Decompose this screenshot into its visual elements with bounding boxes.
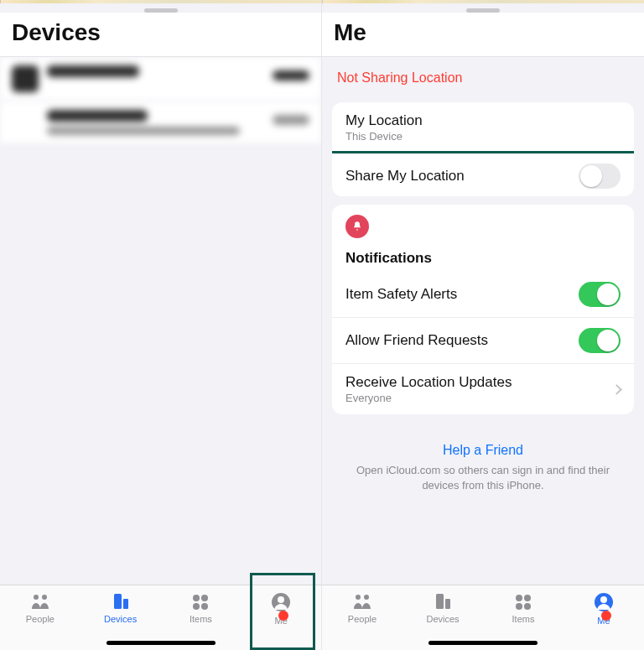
help-a-friend-link[interactable]: Help a Friend <box>342 443 624 458</box>
notifications-heading: Notifications <box>332 238 634 272</box>
sharing-status: Not Sharing Location <box>322 57 644 94</box>
share-location-toggle[interactable] <box>579 164 621 189</box>
me-body: Not Sharing Location My Location This De… <box>322 57 644 585</box>
svg-point-6 <box>193 603 200 610</box>
tab-people[interactable]: People <box>0 585 80 624</box>
home-indicator[interactable] <box>428 641 538 645</box>
badge-icon <box>278 611 288 621</box>
tab-bar: People Devices Items Me <box>0 585 321 650</box>
my-location-sub: This Device <box>345 130 621 143</box>
device-row[interactable] <box>0 57 321 101</box>
svg-point-9 <box>278 596 284 603</box>
device-icon <box>12 65 39 92</box>
receive-updates-sub: Everyone <box>345 392 606 404</box>
item-safety-title: Item Safety Alerts <box>345 286 579 303</box>
items-icon <box>512 592 534 612</box>
svg-rect-13 <box>445 599 450 609</box>
home-indicator[interactable] <box>106 641 216 645</box>
svg-point-1 <box>42 595 47 600</box>
devices-panel: Devices People <box>0 0 322 650</box>
chevron-right-icon <box>611 384 622 395</box>
svg-rect-2 <box>114 594 122 609</box>
tab-label: Devices <box>104 614 137 624</box>
device-row[interactable] <box>0 101 321 144</box>
tab-label: Items <box>512 614 535 624</box>
item-safety-toggle[interactable] <box>579 282 621 307</box>
tab-label: Items <box>190 614 212 624</box>
devices-icon <box>432 592 454 612</box>
tab-devices[interactable]: Devices <box>402 585 483 624</box>
svg-point-16 <box>516 603 522 610</box>
svg-point-11 <box>364 595 369 600</box>
header-me: Me <box>322 13 644 57</box>
tab-me[interactable]: Me <box>564 585 644 626</box>
svg-point-15 <box>524 595 531 601</box>
notifications-card: Notifications Item Safety Alerts Allow F… <box>332 205 634 414</box>
tab-label: People <box>26 614 55 624</box>
help-a-friend-block: Help a Friend Open iCloud.com so others … <box>322 443 644 492</box>
svg-point-7 <box>201 603 208 610</box>
friend-requests-row[interactable]: Allow Friend Requests <box>332 318 634 364</box>
tab-me[interactable]: Me <box>241 585 321 626</box>
help-a-friend-text: Open iCloud.com so others can sign in an… <box>342 463 624 492</box>
items-icon <box>190 592 211 612</box>
page-title: Me <box>334 19 632 46</box>
me-icon <box>593 592 615 612</box>
receive-updates-row[interactable]: Receive Location Updates Everyone <box>332 364 634 414</box>
map-sliver <box>322 0 644 3</box>
svg-point-14 <box>516 595 522 601</box>
bell-icon <box>345 215 369 238</box>
svg-point-19 <box>600 596 607 603</box>
svg-rect-12 <box>436 594 444 609</box>
tab-bar: People Devices Items Me <box>322 585 644 650</box>
people-icon <box>29 592 51 612</box>
me-panel: Me Not Sharing Location My Location This… <box>322 0 644 650</box>
map-sliver <box>0 0 321 3</box>
me-icon <box>270 592 292 612</box>
tab-devices[interactable]: Devices <box>80 585 161 624</box>
svg-point-5 <box>201 595 208 601</box>
svg-point-17 <box>524 603 531 610</box>
friend-requests-toggle[interactable] <box>579 328 621 353</box>
page-title: Devices <box>12 19 309 46</box>
svg-rect-3 <box>123 599 128 609</box>
devices-icon <box>110 592 132 612</box>
people-icon <box>351 592 373 612</box>
receive-updates-title: Receive Location Updates <box>345 374 606 391</box>
share-my-location-row[interactable]: Share My Location <box>332 151 634 196</box>
share-my-location-title: Share My Location <box>345 168 579 185</box>
tab-items[interactable]: Items <box>483 585 564 624</box>
svg-point-4 <box>193 595 200 601</box>
tab-label: Devices <box>426 614 459 624</box>
svg-point-0 <box>34 595 39 600</box>
item-safety-row[interactable]: Item Safety Alerts <box>332 272 634 318</box>
my-location-title: My Location <box>345 112 621 129</box>
friend-requests-title: Allow Friend Requests <box>345 332 579 349</box>
location-card: My Location This Device Share My Locatio… <box>332 102 634 196</box>
tab-label: People <box>348 614 377 624</box>
header-devices: Devices <box>0 13 321 57</box>
tab-people[interactable]: People <box>322 585 402 624</box>
my-location-row[interactable]: My Location This Device <box>332 102 634 153</box>
badge-icon <box>601 611 611 621</box>
tab-items[interactable]: Items <box>161 585 242 624</box>
svg-point-10 <box>356 595 361 600</box>
devices-list <box>0 57 321 585</box>
